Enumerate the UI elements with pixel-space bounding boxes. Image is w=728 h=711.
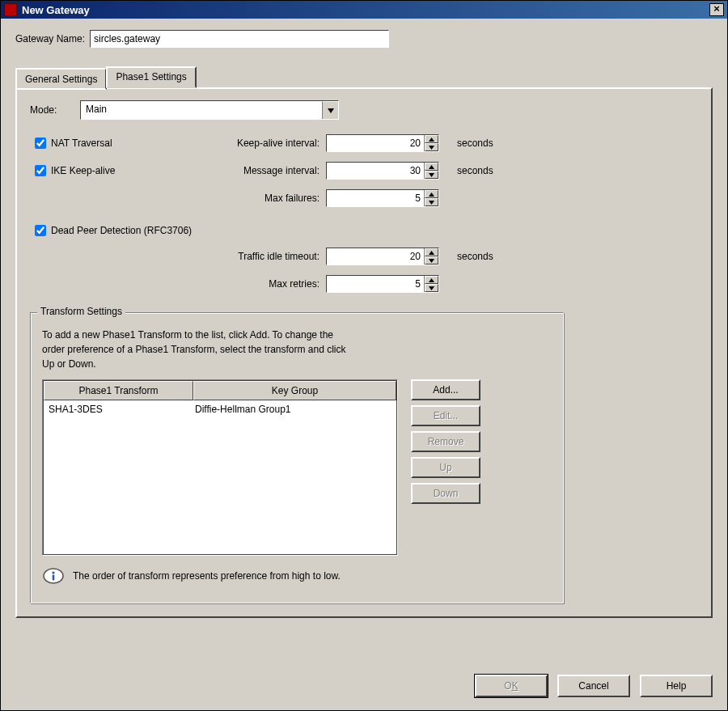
table-row[interactable]: SHA1-3DES Diffie-Hellman Group1 [44, 400, 396, 418]
spinner-up-icon[interactable] [425, 276, 438, 284]
dialog-body: Gateway Name: General Settings Phase1 Se… [1, 19, 727, 668]
traffic-idle-spinner[interactable]: 20 [326, 248, 439, 265]
spinner-down-icon[interactable] [425, 198, 438, 206]
max-retries-spinner[interactable]: 5 [326, 275, 439, 293]
svg-marker-3 [429, 165, 434, 169]
mode-value: Main [81, 101, 322, 119]
svg-marker-4 [429, 173, 434, 177]
info-icon [42, 567, 65, 585]
up-button[interactable]: Up [411, 457, 480, 478]
svg-marker-6 [429, 201, 434, 205]
svg-marker-9 [429, 278, 434, 282]
svg-marker-7 [429, 251, 434, 255]
nat-traversal-check[interactable] [35, 138, 46, 149]
spinner-down-icon[interactable] [425, 256, 438, 265]
dpd-label: Dead Peer Detection (RFC3706) [51, 225, 192, 236]
tab-strip: General Settings Phase1 Settings [15, 66, 713, 87]
spinner-down-icon[interactable] [425, 143, 438, 151]
gateway-name-row: Gateway Name: [15, 30, 713, 48]
transform-settings-title: Transform Settings [37, 306, 125, 317]
ike-keepalive-check[interactable] [35, 165, 46, 176]
dpd-checkbox[interactable]: Dead Peer Detection (RFC3706) [35, 225, 698, 236]
dialog-window: New Gateway × Gateway Name: General Sett… [0, 0, 728, 711]
nat-traversal-checkbox[interactable]: NAT Traversal [35, 138, 180, 149]
dpd-block: Dead Peer Detection (RFC3706) Traffic id… [35, 225, 698, 293]
traffic-idle-label: Traffic idle timeout: [35, 251, 326, 262]
col-phase1-transform[interactable]: Phase1 Transform [44, 381, 193, 400]
keepalive-interval-spinner[interactable]: 20 [326, 134, 439, 152]
col-key-group[interactable]: Key Group [193, 381, 396, 400]
tab-general-settings[interactable]: General Settings [15, 68, 107, 90]
dpd-check[interactable] [35, 225, 46, 236]
svg-marker-8 [429, 259, 434, 263]
svg-marker-1 [429, 138, 434, 142]
spinner-up-icon[interactable] [425, 135, 438, 143]
svg-marker-5 [429, 193, 434, 197]
tab-phase1-settings[interactable]: Phase1 Settings [106, 66, 196, 88]
svg-rect-13 [53, 575, 55, 581]
help-button[interactable]: Help [640, 675, 713, 697]
keepalive-interval-label: Keep-alive interval: [180, 138, 326, 149]
chevron-down-icon[interactable] [322, 101, 338, 119]
window-title: New Gateway [22, 4, 90, 16]
phase1-tab-page: Mode: Main NAT Traversal Keep-alive inte… [15, 87, 713, 618]
ike-keepalive-label: IKE Keep-alive [51, 165, 115, 176]
table-header: Phase1 Transform Key Group [44, 381, 396, 400]
add-button[interactable]: Add... [411, 379, 480, 400]
traffic-idle-value: 20 [327, 248, 424, 265]
max-retries-label: Max retries: [35, 278, 326, 290]
spinner-up-icon[interactable] [425, 248, 438, 256]
message-interval-unit: seconds [447, 165, 528, 176]
message-interval-value: 30 [327, 163, 424, 179]
traffic-idle-unit: seconds [447, 251, 528, 262]
svg-point-12 [52, 571, 54, 573]
mode-combobox[interactable]: Main [80, 100, 339, 120]
close-button[interactable]: × [709, 3, 724, 16]
transform-table[interactable]: Phase1 Transform Key Group SHA1-3DES Dif… [42, 379, 398, 556]
message-interval-spinner[interactable]: 30 [326, 162, 439, 180]
spinner-up-icon[interactable] [425, 163, 438, 171]
dialog-buttons: OK Cancel Help [1, 668, 727, 710]
max-retries-value: 5 [327, 276, 424, 292]
transform-buttons: Add... Edit... Remove Up Down [411, 379, 480, 504]
svg-marker-0 [328, 108, 334, 113]
app-icon [4, 3, 17, 16]
dpd-grid: Traffic idle timeout: 20 seconds Max ret… [35, 248, 698, 293]
keepalive-interval-unit: seconds [447, 138, 528, 149]
ike-keepalive-checkbox[interactable]: IKE Keep-alive [35, 165, 180, 176]
max-failures-value: 5 [327, 190, 424, 206]
svg-marker-2 [429, 146, 434, 150]
transform-settings-group: Transform Settings To add a new Phase1 T… [30, 312, 564, 603]
keepalive-grid: NAT Traversal Keep-alive interval: 20 se… [35, 134, 698, 207]
info-text: The order of transform represents prefer… [73, 570, 341, 582]
edit-button[interactable]: Edit... [411, 405, 480, 426]
mode-row: Mode: Main [30, 100, 698, 120]
info-row: The order of transform represents prefer… [42, 567, 545, 585]
titlebar: New Gateway × [1, 1, 727, 19]
gateway-name-input[interactable] [90, 30, 389, 48]
remove-button[interactable]: Remove [411, 431, 480, 452]
cancel-button[interactable]: Cancel [557, 675, 630, 697]
spinner-up-icon[interactable] [425, 190, 438, 198]
max-failures-label: Max failures: [180, 193, 326, 204]
spinner-down-icon[interactable] [425, 284, 438, 292]
nat-traversal-label: NAT Traversal [51, 138, 112, 149]
max-failures-spinner[interactable]: 5 [326, 189, 439, 207]
down-button[interactable]: Down [411, 483, 480, 504]
svg-marker-10 [429, 286, 434, 290]
gateway-name-label: Gateway Name: [15, 33, 85, 44]
cell-keygroup: Diffie-Hellman Group1 [195, 404, 395, 415]
spinner-down-icon[interactable] [425, 171, 438, 179]
mode-label: Mode: [30, 104, 75, 116]
transform-table-area: Phase1 Transform Key Group SHA1-3DES Dif… [42, 379, 545, 556]
message-interval-label: Message interval: [180, 165, 326, 176]
keepalive-interval-value: 20 [327, 135, 424, 151]
transform-desc: To add a new Phase1 Transform to the lis… [42, 328, 545, 371]
ok-button[interactable]: OK [475, 675, 548, 697]
table-body: SHA1-3DES Diffie-Hellman Group1 [44, 400, 396, 554]
cell-transform: SHA1-3DES [45, 404, 195, 415]
